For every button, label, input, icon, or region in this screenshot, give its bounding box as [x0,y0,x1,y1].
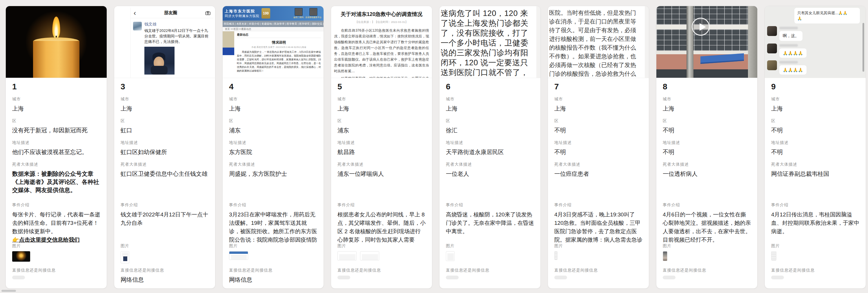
attachment-thumbnail[interactable] [554,251,558,260]
address-value: 不明 [663,148,751,156]
field-label-direct: 直接信息还是间接信息 [12,268,100,273]
field-label-event: 事件介绍 [554,203,643,208]
attachment-thumbnail[interactable] [446,251,455,261]
deceased-value: 数据来源：被删除的公众号文章《上海逝者》及其评论区、各种社交媒体、网友提供信息。 [12,170,100,194]
field-label-deceased: 死者大体描述 [771,162,859,167]
field-label-city: 城市 [446,97,534,102]
case-card-8[interactable]: 8 城市上海 区不明 地址描述不明 死者大体描述一位透析病人 事件介绍4月6日的… [656,6,757,289]
field-label-image: 图片 [663,243,751,248]
field-label-event: 事件介绍 [663,203,751,208]
field-label-district: 区 [12,118,100,124]
field-label-direct: 直接信息还是间接信息 [771,268,859,273]
submit-info-link[interactable]: 👉点击这里提交信息给我们 [12,237,80,243]
attachment-thumbnail[interactable] [663,251,668,261]
candle-body [33,41,80,78]
field-label-district: 区 [121,118,209,124]
field-label-city: 城市 [121,97,209,102]
blurred-username [779,61,798,63]
field-label-city: 城市 [229,97,317,102]
site-sidebar [223,31,234,78]
event-value: 高烧昏迷，核酸阴，120来了说发热门诊关了。无奈在家中降温，在昏迷中离世。 [446,210,534,236]
case-number: 6 [446,82,534,91]
play-button-icon[interactable] [692,18,710,36]
building-video-frame [656,6,757,78]
case-card-7[interactable]: 医院。当时有些低烧，但是发热门诊在消杀，于是在门口的黑夜里等待了很久。可是由于有… [548,6,649,289]
screenshot-text: 医院。当时有些低烧，但是发热门诊在消杀，于是在门口的黑夜里等待了很久。可是由于有… [548,6,645,78]
wechat-chat-screenshot[interactable]: 只有其女儿眼见其病逝...🙏🙏 🙏 啊，这。 🙏🙏🙏🙏 🙏🙏🙏🙏 [765,6,866,78]
field-label-direct: 直接信息还是间接信息 [337,268,426,273]
district-value: 徐汇 [446,126,534,134]
field-label-address: 地址描述 [121,140,209,145]
field-label-image: 图片 [446,243,534,248]
field-label-deceased: 死者大体描述 [121,162,209,167]
document-paragraph: 在航昌路376弄小区120急救医生未向求救患者施救的情况，我委立即连夜启动调查，… [334,28,429,74]
field-label-image: 图片 [771,243,859,248]
deceased-value: 一位透析病人 [663,170,751,178]
empty-value-pill [446,275,459,280]
post-text: 钱文雄于2022年4月12日下午一点十九分去世。疫情期间一切从简。家属目前悲痛不… [144,28,211,45]
gallery-board: 1 城市上海 区没有死于新冠，却因新冠而死 地址描述他们不应该被漠视甚至忘记。 … [0,0,868,289]
case-number: 7 [554,82,643,91]
video-thumbnail[interactable] [656,6,757,78]
city-value: 上海 [121,105,209,113]
blurred-username [779,27,798,29]
attachment-thumbnail[interactable] [771,251,776,261]
city-value: 上海 [771,105,859,113]
case-card-6[interactable]: 迷病危了叫 120，120 来了说全上海发热门诊都关了，没有医院接收，打了一个多… [439,6,541,289]
address-value: 不明 [554,148,643,156]
qr-code-icon [310,8,317,16]
case-card-5[interactable]: 关于对浦东120急救中心的调查情况 【信息来源：】【信息时间：2022-03-3… [331,6,432,289]
candle-photo[interactable] [6,6,107,78]
event-text: 每张卡片、每行记录，代表着一条逝去的鲜活生命。目前有73+位死者！数据持续更新中… [12,211,100,234]
text-screenshot[interactable]: 医院。当时有些低烧，但是发热门诊在消杀，于是在门口的黑夜里等待了很久。可是由于有… [548,6,649,78]
hospital-website-screenshot[interactable]: 上海市东方医院 同济大学附属东方医院 100 微信二维码 患者移动服务平台 医院… [223,6,323,78]
field-label-address: 地址描述 [12,140,100,145]
field-label-event: 事件介绍 [12,203,100,208]
attachment-thumbnail[interactable] [121,251,129,263]
document-meta: 【信息来源：】【信息时间：2022-03-31】 [334,20,429,24]
field-label-image: 图片 [121,243,209,248]
city-value: 上海 [229,105,317,113]
attachment-thumbnail[interactable] [360,251,379,261]
avatar [767,60,777,70]
qr-caption: 患者移动服务平台 [305,16,321,19]
deceased-value: 一位癌症患者 [554,170,643,178]
attachment-thumbnail[interactable] [229,251,248,260]
poster-name: 钱文雄 [144,22,211,27]
group-chat: 只有其女儿眼见其病逝...🙏🙏 🙏 啊，这。 🙏🙏🙏🙏 🙏🙏🙏🙏 [765,6,866,78]
event-value: 根据患者女儿公布的时间线，早上 8 点，其父哮喘发作、晕倒。随后，小区 2 名做… [337,210,426,244]
field-label-address: 地址描述 [554,140,643,145]
horizontal-scrollbar[interactable] [1,290,16,292]
qr-code-icon [295,8,302,16]
case-number: 9 [771,82,859,91]
empty-value-pill [663,275,676,280]
empty-value-pill [771,275,784,280]
case-number: 4 [229,82,317,91]
case-card-3[interactable]: ‹ 朋友圈 钱文雄 钱文雄于2022年4月12日下午一点十九分去世。疫情期间一切… [114,6,215,289]
attachment-thumbnail[interactable] [337,251,356,261]
hospital-site: 上海市东方医院 同济大学附属东方医院 100 微信二维码 患者移动服务平台 医院… [223,6,323,78]
anniversary-emblem: 100 [261,8,270,19]
field-label-direct: 直接信息还是间接信息 [554,268,643,273]
field-label-district: 区 [554,118,643,124]
site-nav: 医院概况 | 名医名家 | 科室介绍 | 党建园地 | 医政管理 | 医学教育 … [223,21,323,27]
text-screenshot[interactable]: 迷病危了叫 120，120 来了说全上海发热门诊都关了，没有医院接收，打了一个多… [439,6,540,78]
back-chevron-icon: ‹ [134,9,136,17]
wechat-moments-screenshot[interactable]: ‹ 朋友圈 钱文雄 钱文雄于2022年4月12日下午一点十九分去世。疫情期间一切… [114,6,215,78]
chat-scrollbar[interactable] [863,23,864,72]
case-card-4[interactable]: 上海市东方医院 同济大学附属东方医院 100 微信二维码 患者移动服务平台 医院… [222,6,324,289]
field-label-event: 事件介绍 [229,203,317,208]
empty-value-pill [12,275,25,280]
address-value: 东方医院 [229,148,317,156]
attachment-thumbnail[interactable] [12,251,30,262]
field-label-city: 城市 [554,97,643,102]
city-value: 上海 [12,105,100,113]
case-card-1[interactable]: 1 城市上海 区没有死于新冠，却因新冠而死 地址描述他们不应该被漠视甚至忘记。 … [5,6,107,289]
investigation-document: 关于对浦东120急救中心的调查情况 【信息来源：】【信息时间：2022-03-3… [331,6,432,78]
document-screenshot[interactable]: 关于对浦东120急救中心的调查情况 【信息来源：】【信息时间：2022-03-3… [331,6,432,78]
field-label-address: 地址描述 [446,140,534,145]
chat-bubble: 🙏🙏🙏🙏 [779,65,807,75]
moments-frame: ‹ 朋友圈 钱文雄 钱文雄于2022年4月12日下午一点十九分去世。疫情期间一切… [130,8,213,78]
chat-bubble: 只有其女儿眼见其病逝...🙏🙏 🙏 [794,8,860,24]
case-card-9[interactable]: 只有其女儿眼见其病逝...🙏🙏 🙏 啊，这。 🙏🙏🙏🙏 🙏🙏🙏🙏 [765,6,866,289]
